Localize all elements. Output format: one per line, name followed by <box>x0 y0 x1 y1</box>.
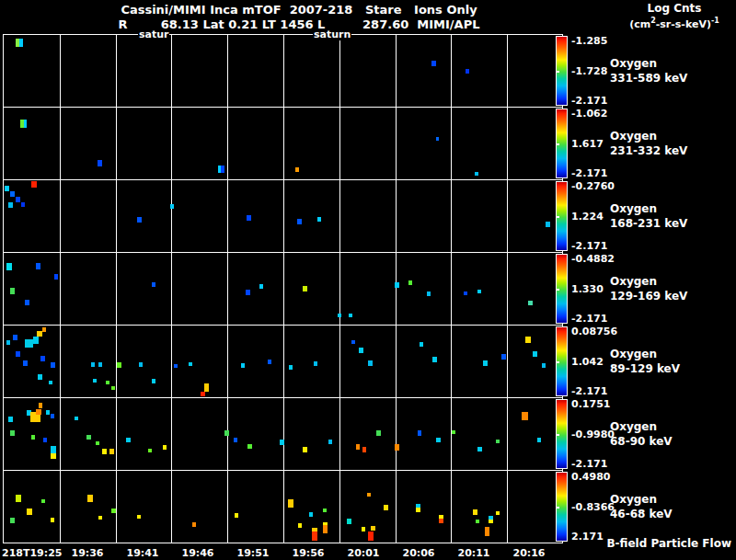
data-point <box>533 351 537 357</box>
data-point <box>297 219 302 224</box>
units-label: (cm2-sr-s-keV)-1 <box>615 15 734 30</box>
data-point <box>96 441 99 445</box>
colorbar-mid-mark <box>557 361 559 363</box>
data-point <box>309 512 313 517</box>
time-axis-tick-label: 19:41 <box>126 547 158 559</box>
data-point <box>42 327 46 332</box>
data-point <box>314 361 317 366</box>
colorbar-tick-label: -0.4882 <box>571 253 615 265</box>
data-point <box>368 360 373 366</box>
data-point <box>152 379 155 383</box>
time-axis-tick-label: 19:36 <box>71 547 103 559</box>
time-axis-tick-label: 19:56 <box>292 547 324 559</box>
data-point <box>246 290 250 295</box>
data-point <box>139 362 143 367</box>
bfield-flow-label: B-field Particle Flow <box>606 537 731 550</box>
data-point <box>8 417 13 422</box>
data-point <box>268 360 271 364</box>
data-point <box>25 339 33 348</box>
data-point <box>23 360 28 366</box>
data-point <box>148 449 152 452</box>
data-point <box>473 509 477 515</box>
saturn-marker: saturn <box>313 29 351 40</box>
data-point <box>16 495 21 502</box>
colorbar <box>556 472 568 542</box>
species-label: Oxygen <box>610 201 657 216</box>
data-point <box>420 342 423 347</box>
species-label: Oxygen <box>610 129 657 143</box>
data-point <box>408 280 412 285</box>
colorbar <box>556 254 568 324</box>
colorbar-tick-label: -2.171 <box>571 240 607 252</box>
data-point <box>295 167 299 172</box>
energy-range-label: 231-332 keV <box>610 143 687 158</box>
data-point <box>351 340 355 344</box>
colorbar-tick-label: -1.285 <box>571 35 607 47</box>
spectrogram-grid <box>3 34 563 543</box>
species-label: Oxygen <box>610 56 657 71</box>
data-point <box>376 430 381 436</box>
data-point <box>31 181 37 188</box>
data-point <box>5 186 9 191</box>
colorbar-tick-label: -2.171 <box>571 313 607 325</box>
data-point <box>546 222 550 227</box>
colorbar-tick-label: -2.171 <box>571 458 607 470</box>
colorbar-mid-mark <box>557 289 559 291</box>
time-axis-tick-label: 20:06 <box>402 547 434 559</box>
data-point <box>224 430 229 436</box>
colorbar-tick-label: -0.2760 <box>571 180 615 192</box>
energy-range-label: 46-68 keV <box>610 507 673 521</box>
data-point <box>303 447 307 452</box>
data-point <box>192 522 196 527</box>
data-point <box>51 446 56 453</box>
data-point <box>36 263 40 269</box>
data-point <box>288 499 293 508</box>
data-point <box>477 447 482 451</box>
panel-separator <box>4 179 562 180</box>
data-point <box>476 520 479 523</box>
colorbar-tick-label: 1.042 <box>571 356 604 368</box>
colorbar-tick-label: 2.171 <box>571 531 604 543</box>
data-point <box>485 527 489 536</box>
data-point <box>312 531 317 541</box>
data-point <box>395 282 399 288</box>
colorbar-tick-label: -1.062 <box>571 108 607 120</box>
data-point <box>98 160 102 166</box>
time-axis-tick-label: 20:16 <box>512 547 545 559</box>
data-point <box>362 527 365 531</box>
time-gridline <box>227 35 228 543</box>
data-point <box>126 438 131 442</box>
colorbar-mid-mark <box>557 143 559 145</box>
data-point <box>24 120 27 128</box>
data-point <box>221 166 224 173</box>
colorbar-tick-label: -2.171 <box>571 385 607 397</box>
data-point <box>359 348 363 353</box>
data-point <box>347 519 351 524</box>
data-point <box>537 438 541 442</box>
data-point <box>111 386 115 390</box>
colorbar-mid-mark <box>557 434 559 436</box>
cassini-mimi-spectrogram: Cassini/MIMI Inca mTOF 2007-218 Stare Io… <box>0 0 736 560</box>
colorbar-tick-label: 1.330 <box>571 283 604 295</box>
data-point <box>137 217 142 223</box>
time-axis-tick-label: 19:46 <box>181 547 213 559</box>
plot-subtitle: R 68.13 Lat 0.21 LT 1456 L 287.60 MIMI/A… <box>0 17 598 31</box>
colorbar <box>556 109 568 178</box>
colorbar-tick-label: -2.171 <box>571 95 607 107</box>
species-label: Oxygen <box>610 274 657 289</box>
data-point <box>489 520 493 523</box>
time-gridline <box>171 35 172 543</box>
data-point <box>54 274 58 280</box>
data-point <box>452 430 455 434</box>
data-point <box>10 288 15 294</box>
energy-range-label: 68-90 keV <box>610 434 673 449</box>
data-point <box>432 357 437 362</box>
colorbar-tick-label: 1.224 <box>571 211 604 223</box>
data-point <box>189 362 192 366</box>
saturn-marker: satur <box>138 29 169 40</box>
data-point <box>501 354 506 360</box>
data-point <box>367 493 371 497</box>
data-point <box>528 301 533 305</box>
data-point <box>431 61 436 66</box>
data-point <box>51 414 54 418</box>
